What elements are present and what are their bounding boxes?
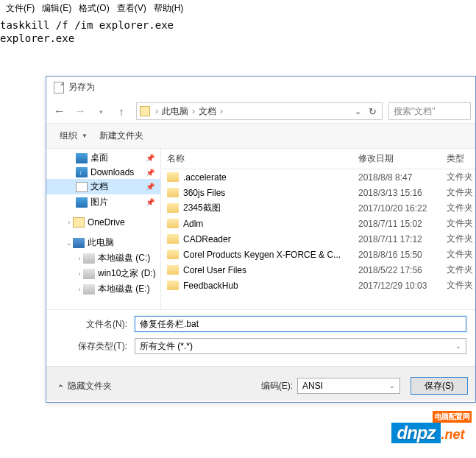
column-header-type[interactable]: 类型 <box>441 149 475 169</box>
save-button[interactable]: 保存(S) <box>411 377 468 395</box>
expand-icon[interactable]: › <box>76 255 83 262</box>
list-item[interactable]: FeedbackHub2017/12/29 10:03文件夹 <box>161 278 475 293</box>
file-date: 2018/7/11 17:12 <box>352 234 441 244</box>
expand-icon[interactable]: › <box>65 219 73 226</box>
organize-button[interactable]: 组织 <box>54 127 93 145</box>
file-date: 2018/8/8 8:47 <box>352 172 441 183</box>
file-list: .accelerate2018/8/8 8:47文件夹 360js Files2… <box>161 169 475 293</box>
menu-view[interactable]: 查看(V) <box>114 1 149 15</box>
column-header-date[interactable]: 修改日期 <box>352 149 441 169</box>
tree-label: 桌面 <box>90 152 108 164</box>
file-name: CADReader <box>183 234 231 244</box>
dialog-footer: 隐藏文件夹 编码(E): ANSI ⌄ 保存(S) <box>46 366 475 401</box>
drive-icon <box>83 253 95 264</box>
pin-icon: 📌 <box>146 154 156 162</box>
filename-input[interactable]: 修复任务栏.bat <box>135 316 466 332</box>
new-folder-button[interactable]: 新建文件夹 <box>93 127 149 145</box>
breadcrumb-separator-icon: › <box>218 106 225 116</box>
sidebar-item-pictures[interactable]: 图片📌 <box>46 194 160 210</box>
file-type: 文件夹 <box>441 202 475 214</box>
expand-icon[interactable]: › <box>76 286 83 293</box>
menu-format[interactable]: 格式(O) <box>76 1 112 15</box>
nav-history-dropdown[interactable] <box>92 102 110 120</box>
folder-icon <box>167 250 179 259</box>
address-bar[interactable]: › 此电脑 › 文档 › <box>136 102 383 120</box>
pin-icon: 📌 <box>146 169 156 177</box>
list-item[interactable]: 360js Files2018/3/13 15:16文件夹 <box>161 185 475 200</box>
menu-file[interactable]: 文件(F) <box>3 1 38 15</box>
refresh-icon[interactable] <box>366 105 379 118</box>
address-dropdown-icon[interactable] <box>351 105 364 118</box>
collapse-icon[interactable]: ⌄ <box>65 239 73 247</box>
file-date: 2017/12/29 10:03 <box>352 281 441 291</box>
sidebar-item-drive-partial[interactable]: ›本地磁盘 (E:) <box>46 281 160 297</box>
expand-icon[interactable]: › <box>76 270 83 278</box>
file-name: 2345截图 <box>183 202 221 214</box>
savetype-select[interactable]: 所有文件 (*.*) ⌄ <box>135 338 466 354</box>
breadcrumb-separator-icon: › <box>190 106 197 116</box>
list-item[interactable]: 2345截图2017/10/20 16:22文件夹 <box>161 200 475 216</box>
folder-icon <box>167 265 179 275</box>
folder-icon <box>140 106 150 116</box>
hide-folders-toggle[interactable]: 隐藏文件夹 <box>54 380 112 392</box>
pictures-icon <box>76 197 88 208</box>
breadcrumb-documents[interactable]: 文档 <box>197 105 218 118</box>
file-name: 360js Files <box>183 188 225 198</box>
list-item[interactable]: Corel Products Keygen X-FORCE & C...2018… <box>161 247 475 262</box>
pin-icon: 📌 <box>146 183 156 191</box>
file-name: .accelerate <box>183 172 227 183</box>
watermark-top-text: 电脑配置网 <box>433 411 472 423</box>
nav-back-button[interactable] <box>51 102 68 120</box>
list-item[interactable]: CADReader2018/7/11 17:12文件夹 <box>161 231 475 247</box>
nav-up-button[interactable] <box>113 102 130 120</box>
sidebar-item-desktop[interactable]: 桌面📌 <box>46 150 160 166</box>
sidebar-item-downloads[interactable]: Downloads📌 <box>46 166 160 179</box>
encoding-value: ANSI <box>302 381 323 391</box>
list-item[interactable]: Adlm2018/7/11 15:02文件夹 <box>161 216 475 231</box>
folder-tree-sidebar: 桌面📌 Downloads📌 文档📌 图片📌 ›OneDrive ⌄此电脑 ›本… <box>46 149 161 309</box>
tree-label: Downloads <box>90 167 134 177</box>
dialog-title: 另存为 <box>68 81 95 94</box>
downloads-icon <box>76 167 88 177</box>
tree-label: 本地磁盘 (C:) <box>98 252 150 264</box>
search-input[interactable]: 搜索"文档" <box>388 102 471 120</box>
list-item[interactable]: .accelerate2018/8/8 8:47文件夹 <box>161 169 475 185</box>
sidebar-item-onedrive[interactable]: ›OneDrive <box>46 216 160 229</box>
folder-icon <box>167 188 179 197</box>
list-item[interactable]: Corel User Files2018/5/22 17:56文件夹 <box>161 262 475 278</box>
search-placeholder: 搜索"文档" <box>394 105 436 118</box>
caret-down-icon <box>82 133 88 139</box>
encoding-select[interactable]: ANSI ⌄ <box>297 378 400 394</box>
arrow-up-icon <box>118 105 124 118</box>
file-date: 2018/5/22 17:56 <box>352 265 441 275</box>
drive-icon <box>83 284 95 295</box>
arrow-right-icon <box>74 105 86 118</box>
file-type: 文件夹 <box>441 248 475 261</box>
file-type: 文件夹 <box>441 171 475 183</box>
notepad-text-content[interactable]: taskkill /f /im explorer.exe explorer.ex… <box>0 17 476 46</box>
menu-help[interactable]: 帮助(H) <box>151 1 187 15</box>
folder-icon <box>167 203 179 213</box>
save-as-dialog: 另存为 › 此电脑 › 文档 › 搜索"文档" 组织 <box>46 76 476 403</box>
sidebar-item-thispc[interactable]: ⌄此电脑 <box>46 235 160 250</box>
file-type: 文件夹 <box>441 233 475 245</box>
dialog-titlebar: 另存为 <box>46 77 475 99</box>
sidebar-item-drive-d[interactable]: ›win10之家 (D:) <box>46 266 160 281</box>
chevron-down-icon: ⌄ <box>455 342 461 350</box>
sidebar-item-documents[interactable]: 文档📌 <box>46 179 160 194</box>
column-header-name[interactable]: 名称 <box>161 149 352 169</box>
document-icon <box>54 82 64 94</box>
encoding-label: 编码(E): <box>261 380 293 392</box>
file-type: 文件夹 <box>441 279 475 292</box>
sidebar-item-drive-c[interactable]: ›本地磁盘 (C:) <box>46 250 160 266</box>
watermark-suffix: .net <box>441 427 464 442</box>
tree-label: 文档 <box>90 180 108 193</box>
column-headers: 名称 修改日期 类型 <box>161 149 475 169</box>
nav-forward-button[interactable] <box>71 102 89 120</box>
navigation-bar: › 此电脑 › 文档 › 搜索"文档" <box>46 99 475 123</box>
file-list-view: 名称 修改日期 类型 .accelerate2018/8/8 8:47文件夹 3… <box>161 149 475 309</box>
file-date: 2018/7/11 15:02 <box>352 219 441 229</box>
toolbar: 组织 新建文件夹 <box>46 123 475 149</box>
menu-edit[interactable]: 编辑(E) <box>39 1 74 15</box>
breadcrumb-thispc[interactable]: 此电脑 <box>160 105 190 118</box>
